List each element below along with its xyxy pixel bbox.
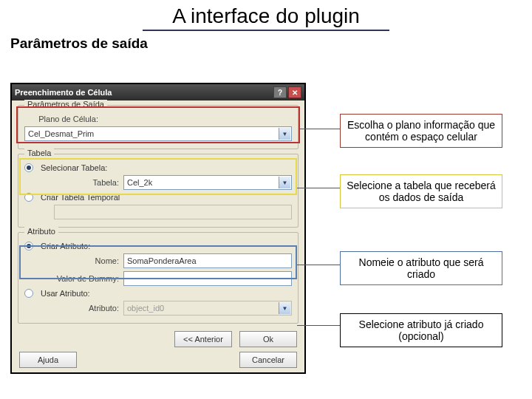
radio-usar-label: Usar Atributo: bbox=[41, 289, 90, 298]
window-title: Preenchimento de Célula bbox=[15, 88, 112, 97]
atributo-label: Atributo: bbox=[54, 304, 119, 313]
group-atributo: Atributo Criar Atributo: Nome: SomaPonde… bbox=[18, 232, 299, 324]
titlebar: Preenchimento de Célula ? ✕ bbox=[12, 84, 304, 100]
atributo-value: object_id0 bbox=[127, 304, 164, 313]
group-tabela: Tabela Selecionar Tabela: Tabela: Cel_2k… bbox=[18, 154, 299, 228]
chevron-down-icon: ▼ bbox=[279, 302, 290, 314]
slide-subtitle: Parâmetros de saída bbox=[10, 35, 532, 52]
slide-title: A interface do plugin bbox=[143, 4, 389, 31]
radio-criar-label: Criar Atributo: bbox=[41, 242, 90, 250]
leader-2 bbox=[297, 188, 340, 188]
annotation-atributo: Selecione atributo já criado (opcional) bbox=[340, 313, 502, 347]
nome-input[interactable]: SomaPonderaArea bbox=[123, 253, 292, 268]
nome-label: Nome: bbox=[54, 256, 119, 265]
radio-criar-atributo[interactable] bbox=[24, 242, 33, 250]
tabela-label: Tabela: bbox=[54, 178, 119, 187]
plano-label: Plano de Célula: bbox=[24, 115, 98, 123]
leader-3 bbox=[297, 265, 340, 265]
dummy-input[interactable] bbox=[123, 271, 292, 286]
group-parametros: Parâmetros de Saída Plano de Célula: Cel… bbox=[18, 105, 299, 149]
dialog-window: Preenchimento de Célula ? ✕ Parâmetros d… bbox=[10, 83, 306, 374]
radio-criar-temporal[interactable] bbox=[24, 193, 33, 202]
criar-temporal-label: Criar Tabela Temporal bbox=[41, 193, 120, 202]
annotation-plano: Escolha o plano informação que contém o … bbox=[340, 114, 502, 148]
leader-1 bbox=[300, 129, 340, 129]
nome-value: SomaPonderaArea bbox=[127, 256, 197, 265]
group-parametros-legend: Parâmetros de Saída bbox=[24, 100, 107, 109]
help-button[interactable]: Ajuda bbox=[19, 352, 77, 368]
cancel-button[interactable]: Cancelar bbox=[239, 352, 297, 368]
tabela-combo[interactable]: Cel_2k ▼ bbox=[123, 175, 292, 190]
plano-value: Cel_Desmat_Prim bbox=[28, 129, 94, 138]
chevron-down-icon: ▼ bbox=[279, 177, 290, 188]
chevron-down-icon: ▼ bbox=[279, 128, 290, 140]
radio-selecionar-label: Selecionar Tabela: bbox=[41, 163, 107, 172]
annotation-tabela: Selecione a tabela que receberá os dados… bbox=[340, 174, 502, 208]
radio-selecionar-tabela[interactable] bbox=[24, 163, 33, 172]
plano-combo[interactable]: Cel_Desmat_Prim ▼ bbox=[24, 126, 292, 141]
ok-button[interactable]: Ok bbox=[239, 331, 297, 347]
button-bar: << Anterior Ok bbox=[12, 327, 304, 352]
dummy-label: Valor de Dummy: bbox=[54, 274, 119, 283]
close-icon[interactable]: ✕ bbox=[288, 86, 301, 98]
button-bar-2: Ajuda Cancelar bbox=[12, 352, 304, 372]
temporal-input bbox=[54, 205, 292, 219]
radio-usar-atributo[interactable] bbox=[24, 289, 33, 298]
prev-button[interactable]: << Anterior bbox=[174, 331, 232, 347]
atributo-combo: object_id0 ▼ bbox=[123, 301, 292, 316]
group-tabela-legend: Tabela bbox=[24, 149, 54, 157]
tabela-value: Cel_2k bbox=[127, 178, 152, 187]
leader-4 bbox=[297, 325, 340, 326]
annotation-nome: Nomeie o atributo que será criado bbox=[340, 251, 502, 285]
group-atributo-legend: Atributo bbox=[24, 227, 58, 236]
help-icon[interactable]: ? bbox=[273, 86, 287, 98]
